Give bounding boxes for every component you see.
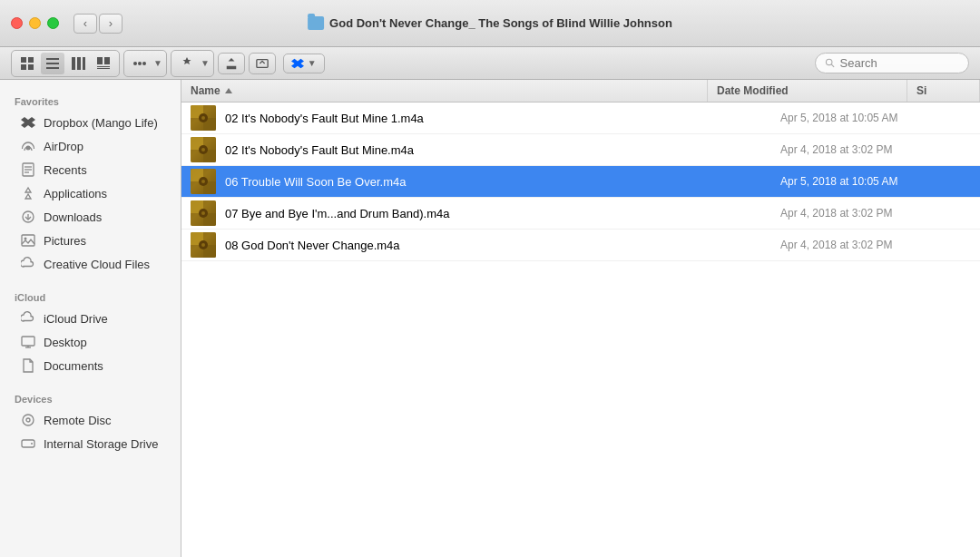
sidebar-item-downloads[interactable]: Downloads: [5, 205, 175, 229]
svg-point-35: [31, 443, 33, 445]
column-header-size[interactable]: Si: [907, 80, 980, 102]
file-pane: Name Date Modified Si 02 It's Nobody's F…: [181, 80, 980, 557]
svg-point-48: [201, 148, 205, 151]
sidebar-item-pictures[interactable]: Pictures: [5, 229, 175, 252]
actions-button[interactable]: [175, 53, 199, 74]
window-title: God Don't Never Change_ The Songs of Bli…: [308, 16, 672, 30]
table-row[interactable]: 02 It's Nobody's Fault But Mine.m4aApr 4…: [181, 134, 980, 166]
svg-rect-6: [46, 67, 59, 69]
icloud-section-label: iCloud: [0, 285, 181, 307]
documents-icon: [20, 357, 36, 374]
minimize-button[interactable]: [29, 17, 41, 29]
devices-section-label: Devices: [0, 386, 181, 408]
svg-rect-1: [28, 57, 34, 63]
sidebar-item-airdrop[interactable]: AirDrop: [5, 134, 175, 158]
view-buttons-group: [11, 50, 120, 77]
svg-point-32: [23, 415, 34, 425]
table-row[interactable]: 07 Bye and Bye I'm...and Drum Band).m4aA…: [181, 198, 980, 230]
svg-rect-10: [97, 57, 103, 64]
dropbox-toolbar-button[interactable]: ▼: [283, 54, 325, 73]
file-date: Apr 4, 2018 at 3:02 PM: [780, 239, 980, 251]
sidebar-item-desktop[interactable]: Desktop: [5, 330, 175, 354]
svg-point-42: [201, 116, 205, 120]
applications-icon: [20, 185, 36, 201]
svg-rect-2: [21, 64, 26, 70]
file-name: 08 God Don't Never Change.m4a: [225, 239, 780, 252]
svg-point-15: [133, 62, 137, 65]
file-name: 07 Bye and Bye I'm...and Drum Band).m4a: [225, 207, 780, 220]
maximize-button[interactable]: [47, 17, 59, 29]
table-row[interactable]: 02 It's Nobody's Fault But Mine 1.m4aApr…: [181, 103, 980, 134]
search-icon: [825, 57, 836, 69]
close-button[interactable]: [11, 17, 23, 29]
svg-point-16: [142, 62, 146, 65]
svg-point-60: [201, 211, 205, 215]
sidebar-item-documents-label: Documents: [44, 359, 103, 373]
sidebar-item-icloud-drive-label: iCloud Drive: [44, 312, 108, 326]
svg-line-19: [831, 64, 834, 67]
drive-icon: [20, 435, 36, 452]
file-thumbnail: [187, 232, 220, 258]
sidebar-item-dropbox[interactable]: Dropbox (Mango Life): [5, 111, 175, 134]
sidebar-item-creative-cloud[interactable]: Creative Cloud Files: [5, 252, 175, 276]
svg-rect-3: [28, 64, 34, 70]
view-cover-flow-button[interactable]: [92, 53, 115, 74]
svg-point-54: [201, 180, 205, 183]
sidebar-item-icloud-drive[interactable]: iCloud Drive: [5, 307, 175, 330]
table-row[interactable]: 08 God Don't Never Change.m4aApr 4, 2018…: [181, 230, 980, 261]
svg-rect-27: [22, 235, 34, 246]
table-row[interactable]: 06 Trouble Will Soon Be Over.m4aApr 5, 2…: [181, 166, 980, 198]
svg-rect-13: [97, 68, 110, 69]
sidebar-item-applications-label: Applications: [44, 187, 107, 200]
forward-button[interactable]: ›: [99, 14, 122, 34]
svg-rect-29: [22, 337, 34, 346]
file-date: Apr 4, 2018 at 3:02 PM: [780, 143, 980, 156]
screen-button[interactable]: [249, 53, 276, 74]
file-thumbnail: [187, 200, 220, 226]
svg-rect-0: [21, 57, 26, 63]
sidebar-item-desktop-label: Desktop: [44, 336, 87, 349]
column-header-name[interactable]: Name: [181, 80, 708, 102]
main-content: Favorites Dropbox (Mango Life) AirDrop R…: [0, 80, 980, 557]
svg-point-14: [138, 62, 142, 65]
svg-point-18: [826, 59, 831, 64]
file-thumbnail: [187, 137, 220, 162]
sort-asc-icon: [224, 86, 233, 95]
sidebar-item-remote-disc[interactable]: Remote Disc: [5, 408, 175, 432]
column-header-date[interactable]: Date Modified: [708, 80, 907, 102]
recents-icon: [20, 161, 36, 178]
svg-rect-9: [83, 57, 85, 70]
sidebar-item-dropbox-label: Dropbox (Mango Life): [44, 116, 158, 130]
back-button[interactable]: ‹: [74, 14, 97, 34]
creative-cloud-icon: [20, 256, 36, 272]
sidebar-item-internal-storage[interactable]: Internal Storage Drive: [5, 432, 175, 455]
share-button[interactable]: [218, 53, 245, 74]
file-date: Apr 4, 2018 at 3:02 PM: [780, 207, 980, 220]
file-name: 02 It's Nobody's Fault But Mine 1.m4a: [225, 112, 780, 125]
sidebar-item-applications[interactable]: Applications: [5, 181, 175, 205]
view-columns-button[interactable]: [66, 53, 90, 74]
sidebar-item-downloads-label: Downloads: [44, 210, 102, 224]
sidebar-item-recents[interactable]: Recents: [5, 158, 175, 181]
view-list-button[interactable]: [41, 53, 64, 74]
sidebar-item-documents[interactable]: Documents: [5, 354, 175, 377]
svg-rect-8: [77, 57, 81, 70]
file-list: 02 It's Nobody's Fault But Mine 1.m4aApr…: [181, 103, 980, 557]
sidebar-item-internal-storage-label: Internal Storage Drive: [44, 437, 158, 451]
title-bar: ‹ › God Don't Never Change_ The Songs of…: [0, 0, 980, 47]
sidebar-item-airdrop-label: AirDrop: [44, 140, 83, 153]
search-box[interactable]: [815, 53, 969, 73]
folder-icon: [308, 16, 324, 30]
search-input[interactable]: [840, 56, 959, 70]
arrange-button[interactable]: [128, 53, 152, 74]
downloads-icon: [20, 209, 36, 225]
svg-rect-7: [72, 57, 75, 70]
file-thumbnail: [187, 105, 220, 131]
file-date: Apr 5, 2018 at 10:05 AM: [780, 175, 980, 188]
svg-point-33: [26, 418, 30, 422]
window-title-text: God Don't Never Change_ The Songs of Bli…: [329, 16, 672, 30]
file-name: 06 Trouble Will Soon Be Over.m4a: [225, 175, 780, 189]
view-grid-button[interactable]: [15, 53, 39, 74]
actions-group: ▼: [171, 50, 214, 77]
arrange-group: ▼: [123, 50, 167, 77]
